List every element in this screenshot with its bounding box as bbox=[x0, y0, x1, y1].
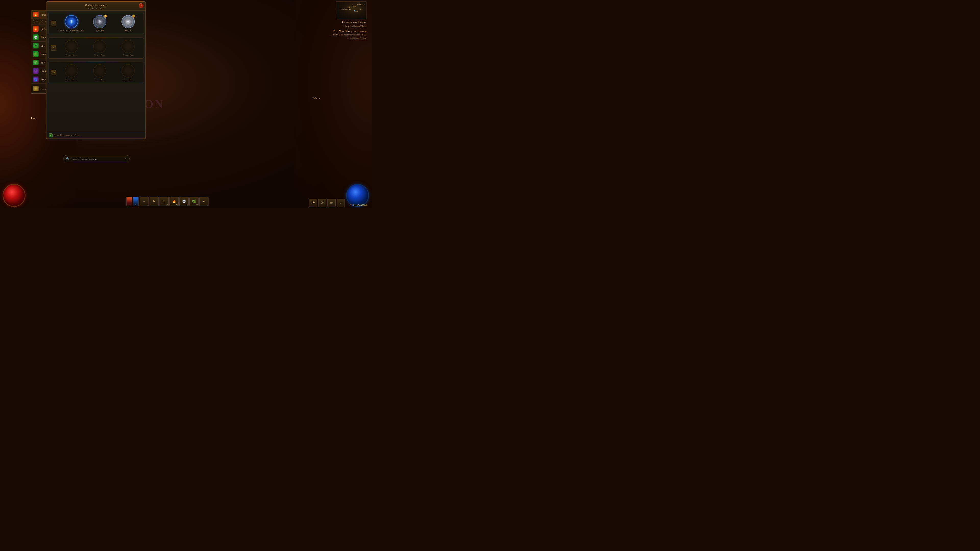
flask-slot-1[interactable]: 1 bbox=[126, 197, 132, 206]
gem-icon-empty-3 bbox=[121, 40, 135, 53]
gem-slot-coming-soon-4: Coming Soon bbox=[59, 64, 84, 81]
gem-slot-coming-soon-1: Coming Soon bbox=[59, 40, 84, 56]
gem-icon-skeletal-sniper: 🏹 bbox=[33, 60, 38, 65]
coming-soon-label-2: Coming Soon bbox=[94, 54, 105, 56]
panel-subtitle: Support Gems bbox=[46, 7, 145, 10]
minimap-label-well-map: Well bbox=[360, 8, 363, 10]
skill-label-t: T bbox=[207, 203, 207, 206]
minimap-label-lettis: Lettis bbox=[353, 5, 356, 7]
flask-and-skill-row: 1 2 ≡ ⚑ ⚔ Q 🔥 W bbox=[126, 197, 208, 206]
ui-btn-m4[interactable]: M4 bbox=[328, 199, 336, 207]
panel-body: I Controlled Destruction bbox=[46, 11, 145, 132]
skill-slot-r[interactable]: 🌿 R bbox=[189, 197, 199, 206]
skill-label-e: E bbox=[186, 203, 188, 206]
ui-btn-eye[interactable]: 👁 bbox=[309, 199, 317, 207]
gem-slot-pierce[interactable]: ! Pierce bbox=[115, 15, 141, 32]
panel-title: Gemcutting bbox=[46, 3, 145, 7]
ignition-exclamation: ! bbox=[104, 14, 107, 17]
coming-soon-label-5: Coming Soon bbox=[94, 79, 105, 81]
gem-inner-controlled-destruction bbox=[67, 17, 76, 26]
panel-footer: ✓ Show Recommended Gems bbox=[46, 132, 145, 138]
ui-btn-sword[interactable]: ⚔ bbox=[318, 199, 326, 207]
quest-text-travel: Travel to Ogham Village bbox=[345, 25, 366, 27]
search-clear-button[interactable]: ✕ bbox=[124, 157, 127, 160]
center-skill-bar: 1 2 ≡ ⚑ ⚔ Q 🔥 W bbox=[25, 197, 309, 207]
gem-icon-ignition: ! bbox=[93, 15, 107, 28]
quest-arrow-2: → bbox=[329, 33, 331, 36]
skill-slot-w[interactable]: 🔥 W bbox=[169, 197, 179, 206]
skill-label-q: Q bbox=[166, 203, 168, 206]
gem-icon-pierce: ! bbox=[121, 15, 135, 28]
gem-tier-row-2: II Coming Soon Coming Soon Coming Soon bbox=[48, 38, 143, 59]
skill-bar: ≡ ⚑ ⚔ Q 🔥 W 💀 E 🌿 bbox=[140, 197, 208, 206]
gem-icon-skeletal-warrior: 🗡 bbox=[33, 43, 38, 48]
close-button[interactable]: × bbox=[139, 3, 143, 8]
bottom-right-icons: 👁 ⚔ M4 3 bbox=[309, 199, 345, 207]
coming-soon-label-4: Coming Soon bbox=[66, 79, 77, 81]
the-left-label: The bbox=[30, 117, 36, 120]
gem-icon-empty-6 bbox=[121, 64, 135, 78]
flask-slot-2[interactable]: 2 bbox=[133, 197, 138, 206]
tier-badge-3: III bbox=[51, 70, 56, 75]
gem-icon-essence-drain: 🌀 bbox=[33, 76, 38, 82]
quest-header-1: Finding the Forge bbox=[315, 21, 366, 23]
skill-slot-q[interactable]: ⚔ Q bbox=[159, 197, 169, 206]
ui-btn-slot3[interactable]: 3 bbox=[337, 199, 345, 207]
gemcutting-panel: Gemcutting Support Gems × I bbox=[46, 1, 146, 139]
search-input[interactable] bbox=[71, 157, 123, 160]
gem-slot-coming-soon-5: Coming Soon bbox=[87, 64, 113, 81]
show-recommended-label: Show Recommended Gems bbox=[54, 134, 80, 137]
gem-slot-coming-soon-6: Coming Soon bbox=[115, 64, 141, 81]
separator-2 bbox=[48, 61, 143, 62]
minimap-label-finn: Finn bbox=[348, 6, 350, 8]
flask-label-1: 1 bbox=[129, 204, 130, 206]
skill-slot-extra[interactable]: ≡ bbox=[140, 197, 149, 206]
gem-slot-coming-soon-2: Coming Soon bbox=[87, 40, 113, 56]
gem-icon-empty-1 bbox=[65, 40, 78, 53]
show-recommended-wrapper[interactable]: ✓ Show Recommended Gems bbox=[49, 133, 80, 137]
search-bar[interactable]: 🔍 ✕ bbox=[63, 155, 130, 162]
panel-title-bar: Gemcutting Support Gems × bbox=[46, 2, 145, 11]
quest-arrow-1: → bbox=[342, 25, 344, 27]
gem-icon-firebolt: 🔥 bbox=[33, 12, 38, 17]
gem-icon-controlled-destruction bbox=[65, 15, 78, 28]
gem-slot-ignition[interactable]: ! Ignition bbox=[87, 15, 113, 32]
gem-icon-contagion: ✦ bbox=[33, 68, 38, 74]
quest-header-2: The Mad Wolf of Ogham bbox=[315, 30, 366, 32]
gem-icon-empty-5 bbox=[93, 64, 107, 78]
pierce-exclamation: ! bbox=[132, 14, 135, 17]
gem-name-pierce: Pierce bbox=[125, 29, 131, 32]
minimap: Emly Lettis Finn The Hooded One Waylor C… bbox=[336, 1, 366, 19]
skill-slot-t[interactable]: ✦ T bbox=[199, 197, 208, 206]
tier-badge-1: I bbox=[51, 21, 56, 26]
gem-name-ignition: Ignition bbox=[96, 29, 104, 32]
gem-slot-controlled-destruction[interactable]: Controlled Destruction bbox=[59, 15, 84, 32]
slot-2 bbox=[38, 20, 41, 24]
skill-slot-extra2[interactable]: ⚑ bbox=[150, 197, 159, 206]
coming-soon-label-6: Coming Soon bbox=[123, 79, 134, 81]
minimap-label-clarbell: Clarbell bbox=[360, 4, 364, 6]
gem-inner-ignition bbox=[96, 17, 104, 26]
gem-tier-row-3: III Coming Soon Coming Soon Coming Soon bbox=[48, 62, 143, 83]
gem-name-controlled-destruction: Controlled Destruction bbox=[59, 29, 84, 32]
gem-icon-empty-2 bbox=[93, 40, 107, 53]
slot-3 bbox=[42, 20, 46, 24]
tier-3-slots: Coming Soon Coming Soon Coming Soon bbox=[59, 64, 141, 81]
gem-icon-ember-fusillade: 🔥 bbox=[33, 26, 38, 32]
gem-inner-pierce bbox=[124, 17, 132, 26]
watermark: ✕ THEGAMER bbox=[350, 203, 368, 206]
coming-soon-label-3: Coming Soon bbox=[123, 54, 134, 56]
tier-1-slots: Controlled Destruction ! Ignition bbox=[59, 15, 141, 32]
show-recommended-checkbox[interactable]: ✓ bbox=[49, 133, 52, 137]
quest-panel: Finding the Forge → Travel to Ogham Vill… bbox=[315, 21, 366, 41]
skill-label-w: W bbox=[176, 203, 178, 206]
tier-badge-2: II bbox=[51, 45, 56, 51]
quest-item-find-count: → Find Count Geonor bbox=[315, 37, 366, 40]
quest-arrow-3: → bbox=[346, 37, 348, 40]
tier-2-slots: Coming Soon Coming Soon Coming Soon bbox=[59, 40, 141, 56]
skill-slot-e[interactable]: 💀 E bbox=[180, 197, 189, 206]
quest-item-infiltrate: → Infiltrate the Manor beyond the Villag… bbox=[315, 33, 366, 36]
minimap-label-hooded-one: The Hooded One bbox=[341, 9, 351, 11]
flask-label-2: 2 bbox=[135, 204, 136, 206]
quest-text-infiltrate: Infiltrate the Manor beyond the Village bbox=[332, 33, 366, 36]
